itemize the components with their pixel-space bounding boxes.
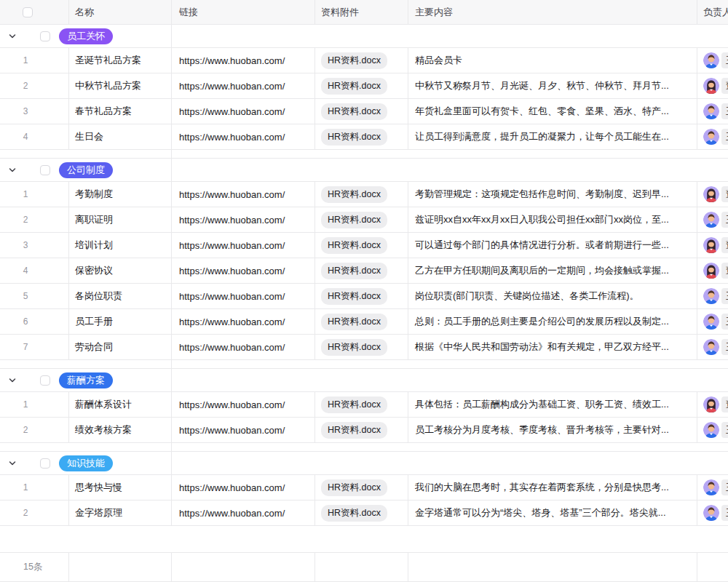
name-cell[interactable]: 金字塔原理 [69,501,172,525]
link-text[interactable]: https://www.huoban.com/ [172,342,285,353]
link-cell[interactable]: https://www.huoban.com/ [172,48,315,73]
attachment-chip[interactable]: HR资料.docx [321,422,387,439]
link-text[interactable]: https://www.huoban.com/ [172,215,285,226]
owner-cell[interactable]: 王 [697,418,728,442]
name-cell[interactable]: 薪酬体系设计 [69,392,172,417]
attachment-cell[interactable]: HR资料.docx [315,48,408,73]
group-badge[interactable]: 员工关怀 [59,28,113,44]
owner-cell[interactable]: 王 [697,475,728,500]
table-row[interactable]: 4保密协议https://www.huoban.com/HR资料.docx乙方在… [0,258,728,284]
attachment-cell[interactable]: HR资料.docx [315,124,408,149]
link-text[interactable]: https://www.huoban.com/ [172,266,285,276]
attachment-cell[interactable]: HR资料.docx [315,309,408,334]
table-row[interactable]: 2绩效考核方案https://www.huoban.com/HR资料.docx员… [0,418,728,443]
content-cell[interactable]: 我们的大脑在思考时，其实存在着两套系统，分别是快思考... [408,475,697,500]
group-badge[interactable]: 薪酬方案 [59,372,113,388]
attachment-chip[interactable]: HR资料.docx [321,263,387,279]
attachment-cell[interactable]: HR资料.docx [315,475,408,500]
content-cell[interactable]: 金字塔通常可以分为“塔尖、塔身、塔基”三个部分。塔尖就... [408,501,697,525]
link-cell[interactable]: https://www.huoban.com/ [172,73,315,98]
attachment-cell[interactable]: HR资料.docx [315,207,408,232]
attachment-chip[interactable]: HR资料.docx [321,212,387,228]
attachment-chip[interactable]: HR资料.docx [321,396,387,413]
content-cell[interactable]: 精品会员卡 [408,48,697,73]
owner-cell[interactable]: 王 [697,309,728,334]
name-cell[interactable]: 劳动合同 [69,335,172,359]
name-cell[interactable]: 考勤制度 [69,182,172,207]
table-row[interactable]: 1思考快与慢https://www.huoban.com/HR资料.docx我们… [0,475,728,501]
attachment-cell[interactable]: HR资料.docx [315,335,408,359]
link-text[interactable]: https://www.huoban.com/ [172,316,285,327]
link-text[interactable]: https://www.huoban.com/ [172,291,285,302]
content-cell[interactable]: 具体包括：员工薪酬构成分为基础工资、职务工资、绩效工... [408,392,697,417]
name-cell[interactable]: 中秋节礼品方案 [69,73,172,98]
name-cell[interactable]: 离职证明 [69,207,172,232]
attachment-chip[interactable]: HR资料.docx [321,129,387,146]
owner-cell[interactable]: 董 [697,233,728,258]
link-text[interactable]: https://www.huoban.com/ [172,106,285,117]
attachment-cell[interactable]: HR资料.docx [315,284,408,308]
link-cell[interactable]: https://www.huoban.com/ [172,99,315,124]
link-text[interactable]: https://www.huoban.com/ [172,55,285,66]
attachment-cell[interactable]: HR资料.docx [315,258,408,283]
content-cell[interactable]: 乙方在甲方任职期间及离职后的一定期间，均会接触或掌握... [408,258,697,283]
table-row[interactable]: 7劳动合同https://www.huoban.com/HR资料.docx根据《… [0,335,728,360]
content-cell[interactable]: 兹证明xx自xx年xx月xx日入职我公司担任xx部门xx岗位，至... [408,207,697,232]
name-cell[interactable]: 各岗位职责 [69,284,172,308]
table-row[interactable]: 3春节礼品方案https://www.huoban.com/HR资料.docx年… [0,99,728,124]
link-text[interactable]: https://www.huoban.com/ [172,189,285,200]
attachment-chip[interactable]: HR资料.docx [321,52,387,69]
chevron-down-icon[interactable] [7,458,17,469]
table-row[interactable]: 2中秋节礼品方案https://www.huoban.com/HR资料.docx… [0,73,728,99]
link-cell[interactable]: https://www.huoban.com/ [172,418,315,442]
name-cell[interactable]: 思考快与慢 [69,475,172,500]
name-cell[interactable]: 生日会 [69,124,172,149]
link-cell[interactable]: https://www.huoban.com/ [172,309,315,334]
table-row[interactable]: 6员工手册https://www.huoban.com/HR资料.docx总则：… [0,309,728,335]
group-badge[interactable]: 知识技能 [59,455,113,471]
attachment-chip[interactable]: HR资料.docx [321,314,387,330]
content-cell[interactable]: 根据《中华人民共和国劳动法》和有关规定，甲乙双方经平... [408,335,697,359]
attachment-cell[interactable]: HR资料.docx [315,182,408,207]
link-text[interactable]: https://www.huoban.com/ [172,399,285,410]
table-row[interactable]: 1考勤制度https://www.huoban.com/HR资料.docx考勤管… [0,182,728,207]
table-row[interactable]: 2金字塔原理https://www.huoban.com/HR资料.docx金字… [0,501,728,526]
name-cell[interactable]: 圣诞节礼品方案 [69,48,172,73]
name-cell[interactable]: 员工手册 [69,309,172,334]
attachment-chip[interactable]: HR资料.docx [321,78,387,95]
name-cell[interactable]: 春节礼品方案 [69,99,172,124]
link-cell[interactable]: https://www.huoban.com/ [172,207,315,232]
link-text[interactable]: https://www.huoban.com/ [172,425,285,436]
link-cell[interactable]: https://www.huoban.com/ [172,501,315,525]
attachment-cell[interactable]: HR资料.docx [315,99,408,124]
attachment-cell[interactable]: HR资料.docx [315,501,408,525]
attachment-chip[interactable]: HR资料.docx [321,186,387,203]
attachment-chip[interactable]: HR资料.docx [321,288,387,305]
attachment-cell[interactable]: HR资料.docx [315,73,408,98]
content-cell[interactable]: 员工考核分为月度考核、季度考核、晋升考核等，主要针对... [408,418,697,442]
chevron-down-icon[interactable] [7,165,17,175]
group-select-checkbox[interactable] [40,165,50,175]
link-cell[interactable]: https://www.huoban.com/ [172,233,315,258]
owner-cell[interactable]: 王 [697,48,728,73]
attachment-cell[interactable]: HR资料.docx [315,418,408,442]
owner-cell[interactable]: 王 [697,501,728,525]
owner-cell[interactable]: 王 [697,335,728,359]
owner-cell[interactable]: 董 [697,73,728,98]
table-row[interactable]: 1圣诞节礼品方案https://www.huoban.com/HR资料.docx… [0,48,728,73]
link-cell[interactable]: https://www.huoban.com/ [172,335,315,359]
group-select-checkbox[interactable] [40,375,50,386]
link-text[interactable]: https://www.huoban.com/ [172,240,285,251]
owner-cell[interactable]: 王 [697,124,728,149]
table-row[interactable]: 4生日会https://www.huoban.com/HR资料.docx让员工得… [0,124,728,150]
attachment-cell[interactable]: HR资料.docx [315,233,408,258]
select-all-checkbox[interactable] [23,7,33,17]
chevron-down-icon[interactable] [7,31,17,41]
table-row[interactable]: 3培训计划https://www.huoban.com/HR资料.docx可以通… [0,233,728,258]
link-cell[interactable]: https://www.huoban.com/ [172,182,315,207]
name-cell[interactable]: 培训计划 [69,233,172,258]
link-cell[interactable]: https://www.huoban.com/ [172,475,315,500]
attachment-chip[interactable]: HR资料.docx [321,479,387,496]
content-cell[interactable]: 考勤管理规定：这项规定包括作息时间、考勤制度、迟到早... [408,182,697,207]
group-select-checkbox[interactable] [40,31,50,41]
